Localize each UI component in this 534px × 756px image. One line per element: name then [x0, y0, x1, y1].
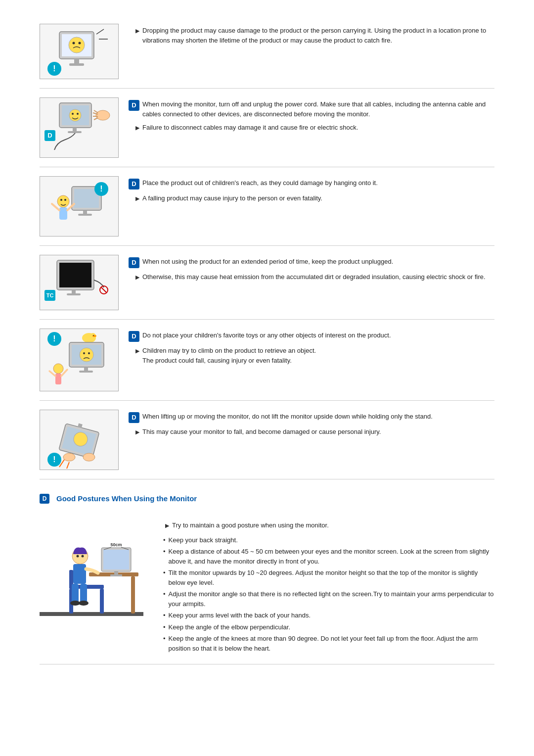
svg-text:50cm: 50cm: [110, 542, 122, 547]
section-children-reach: ! D Place the product out of children's …: [40, 167, 494, 246]
svg-text:!: !: [53, 64, 55, 73]
posture-bullet-3: Adjust the monitor angle so that there i…: [163, 589, 494, 609]
svg-line-71: [67, 462, 69, 469]
svg-rect-28: [78, 214, 92, 216]
posture-bullet-1: Keep a distance of about 45 ~ 50 cm betw…: [163, 547, 494, 566]
moving-sub-text: Failure to disconnect cables may damage …: [142, 123, 358, 133]
svg-rect-38: [59, 263, 91, 287]
svg-point-92: [77, 555, 79, 558]
arrow-icon-toys1: ▶: [135, 347, 139, 355]
arrow-icon: ▶: [135, 27, 139, 35]
section-postures: 50cm: [40, 512, 494, 664]
dropping-text: Dropping the product may cause damage to…: [142, 26, 494, 45]
svg-text:!: !: [53, 455, 55, 464]
svg-rect-57: [79, 371, 93, 373]
postures-intro: Try to maintain a good posture when usin…: [172, 520, 329, 530]
svg-rect-17: [68, 131, 82, 133]
svg-point-13: [69, 109, 81, 121]
text-lifting: D When lifting up or moving the monitor,…: [129, 410, 494, 439]
text-dropping: ▶ Dropping the product may cause damage …: [129, 24, 494, 47]
svg-point-91: [79, 601, 89, 606]
lifting-sub-text: This may cause your monitor to fall, and…: [142, 427, 381, 437]
toys-sub-text2: The product could fall, causing injury o…: [142, 356, 316, 366]
image-toys: !: [40, 329, 119, 391]
svg-rect-59: [55, 374, 61, 384]
posture-bullet-5: Keep the angle of the elbow perpendicula…: [163, 622, 494, 632]
section-toys: !: [40, 320, 494, 401]
text-toys: D Do not place your children's favorite …: [129, 329, 494, 365]
image-lifting: !: [40, 410, 119, 470]
postures-text-block: ▶ Try to maintain a good posture when us…: [158, 520, 494, 655]
svg-point-30: [60, 199, 62, 201]
svg-point-55: [88, 352, 90, 354]
posture-bullet-4: Keep your arms level with the back of yo…: [163, 611, 494, 620]
arrow-icon-unplugged: ▶: [135, 273, 139, 282]
svg-line-44: [101, 287, 106, 292]
svg-point-18: [96, 110, 110, 120]
arrow-icon-children: ▶: [135, 194, 139, 203]
svg-point-4: [79, 42, 81, 45]
section-lifting: ! D When lifting up or moving the monito…: [40, 401, 494, 479]
svg-rect-75: [100, 589, 104, 614]
svg-rect-85: [110, 574, 122, 576]
svg-point-58: [53, 364, 63, 374]
note-icon-children: D: [129, 179, 139, 189]
svg-point-14: [72, 113, 74, 115]
svg-text:TC: TC: [46, 292, 54, 298]
moving-main-text: When moving the monitor, turn off and un…: [142, 99, 494, 119]
arrow-icon-moving: ▶: [135, 124, 139, 132]
note-icon-moving: D: [129, 100, 139, 111]
svg-rect-56: [84, 367, 88, 371]
image-children-reach: !: [40, 176, 119, 236]
note-icon-unplugged: D: [129, 257, 139, 268]
section-unplugged: TC D When not using the product for an e…: [40, 246, 494, 320]
svg-rect-78: [131, 576, 135, 614]
postures-header-icon: D: [40, 494, 49, 504]
postures-bullet-list: Keep your back straight. Keep a distance…: [163, 535, 494, 654]
postures-header: D Good Postures When Using the Monitor: [40, 493, 494, 504]
svg-point-3: [73, 42, 75, 45]
svg-rect-88: [72, 584, 79, 603]
svg-point-31: [64, 199, 66, 201]
svg-text:D: D: [47, 132, 52, 139]
image-postures: 50cm: [40, 520, 148, 626]
svg-line-7: [96, 29, 104, 34]
note-icon-lifting: D: [129, 412, 139, 423]
arrow-postures-intro: ▶: [165, 521, 169, 530]
svg-rect-84: [114, 571, 118, 574]
posture-bullet-0: Keep your back straight.: [163, 535, 494, 545]
svg-point-53: [80, 348, 93, 362]
svg-rect-27: [83, 210, 87, 214]
svg-point-2: [69, 37, 85, 53]
section-dropping: ! ▶ Dropping the product may cause damag…: [40, 15, 494, 89]
svg-rect-87: [73, 564, 86, 584]
children-sub-text: A falling product may cause injury to th…: [142, 193, 322, 203]
svg-point-50: [93, 335, 94, 336]
section-moving: D D When moving the monitor, turn off an…: [40, 89, 494, 167]
svg-rect-16: [73, 128, 77, 132]
svg-rect-6: [69, 63, 84, 66]
page-container: ! ▶ Dropping the product may cause damag…: [30, 0, 504, 679]
note-icon-toys: D: [129, 331, 139, 342]
svg-text:!: !: [100, 185, 102, 193]
svg-rect-5: [74, 59, 79, 64]
svg-point-69: [83, 453, 95, 461]
svg-rect-32: [59, 207, 67, 220]
svg-rect-89: [80, 584, 87, 603]
text-unplugged: D When not using the product for an exte…: [129, 255, 494, 284]
svg-point-68: [63, 453, 75, 461]
svg-line-22: [94, 118, 98, 120]
svg-rect-80: [103, 550, 129, 569]
toys-sub-text1: Children may try to climb on the product…: [142, 346, 316, 356]
children-main-text: Place the product out of children's reac…: [142, 178, 378, 188]
postures-title: Good Postures When Using the Monitor: [56, 494, 197, 503]
text-children-reach: D Place the product out of children's re…: [129, 176, 494, 205]
unplugged-sub-text: Otherwise, this may cause heat emission …: [142, 272, 486, 282]
svg-rect-72: [40, 612, 143, 616]
image-dropping: !: [40, 24, 119, 79]
svg-point-93: [82, 555, 84, 558]
svg-line-19: [94, 110, 98, 113]
arrow-icon-lifting: ▶: [135, 428, 139, 436]
lifting-main-text: When lifting up or moving the monitor, d…: [142, 412, 433, 422]
svg-point-54: [83, 352, 85, 354]
